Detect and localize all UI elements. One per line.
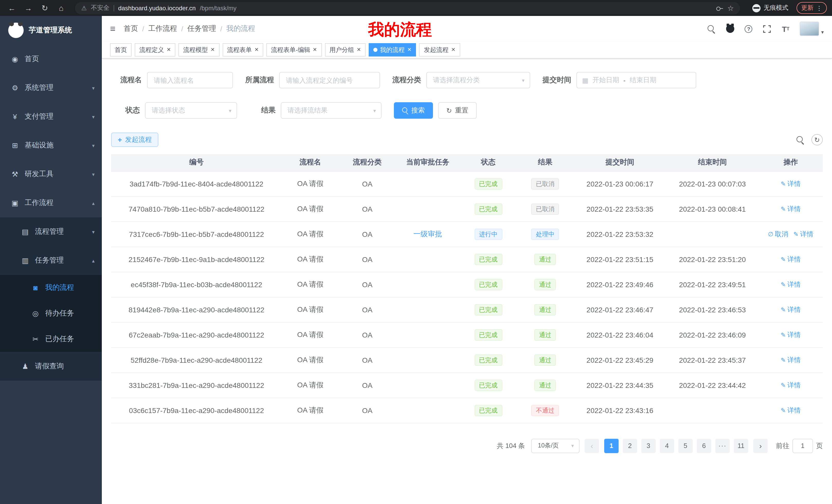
chevron-down-icon: ▾ — [821, 29, 824, 36]
sidebar-item-infrastructure[interactable]: ⊞ 基础设施 ▾ — [0, 131, 102, 160]
address-bar[interactable]: ⚠ 不安全 dashboard.yudao.iocoder.cn/bpm/tas… — [75, 2, 740, 14]
edit-icon: ✎ — [781, 356, 786, 363]
browser-update-button[interactable]: 更新 ⋮ — [797, 2, 827, 14]
detail-link[interactable]: ✎详情 — [781, 305, 801, 314]
create-process-button[interactable]: 发起流程 — [111, 133, 158, 147]
tab-用户分组[interactable]: 用户分组 — [325, 43, 366, 57]
goto-label: 前往 — [776, 441, 789, 450]
close-icon[interactable] — [407, 47, 412, 52]
prev-page-button[interactable]: ‹ — [585, 439, 599, 453]
fullscreen-icon[interactable] — [762, 24, 772, 33]
sidebar-item-system[interactable]: ⚙ 系统管理 ▾ — [0, 74, 102, 102]
cell-category: OA — [339, 221, 396, 247]
submit-time-range-picker[interactable]: ▦ 开始日期 - 结束日期 — [576, 72, 696, 88]
refresh-icon[interactable]: ↻ — [38, 2, 51, 14]
table-search-icon[interactable] — [797, 136, 804, 144]
breadcrumb-item[interactable]: 工作流程 — [148, 24, 177, 33]
cell-category: OA — [339, 297, 396, 322]
column-header: 结果 — [517, 154, 574, 171]
page-6[interactable]: 6 — [697, 439, 711, 453]
tab-流程表单-编辑[interactable]: 流程表单-编辑 — [266, 43, 322, 57]
page-ellipsis[interactable]: ··· — [715, 439, 730, 453]
page-11[interactable]: 11 — [734, 439, 748, 453]
detail-link[interactable]: ✎详情 — [781, 381, 801, 390]
home-icon: ◉ — [10, 55, 20, 63]
detail-link[interactable]: ✎详情 — [781, 179, 801, 188]
sidebar-item-task-mgmt[interactable]: ▥ 任务管理 ▴ — [0, 246, 102, 275]
result-placeholder: 请选择流结果 — [287, 106, 328, 115]
tab-我的流程[interactable]: 我的流程 — [369, 43, 416, 57]
sidebar-item-process-mgmt[interactable]: ▤ 流程管理 ▾ — [0, 217, 102, 246]
tab-流程表单[interactable]: 流程表单 — [223, 43, 263, 57]
tab-流程定义[interactable]: 流程定义 — [135, 43, 176, 57]
detail-link[interactable]: ✎详情 — [781, 204, 801, 214]
tab-label: 流程表单-编辑 — [271, 46, 310, 54]
forward-icon[interactable]: → — [22, 2, 35, 14]
sidebar-item-home[interactable]: ◉ 首页 — [0, 45, 102, 74]
help-icon[interactable]: ? — [744, 24, 753, 33]
back-icon[interactable]: ← — [5, 2, 19, 14]
cell-submit-time: 2022-01-22 23:53:35 — [574, 196, 666, 221]
search-icon[interactable] — [707, 24, 716, 33]
chevron-down-icon: ▾ — [92, 171, 95, 177]
category-select[interactable]: 请选择流程分类 ▾ — [426, 72, 530, 88]
sidebar-item-todo-task[interactable]: ◎ 待办任务 — [0, 301, 102, 326]
page-1[interactable]: 1 — [604, 439, 619, 453]
cancel-link[interactable]: ∅取消 — [768, 229, 788, 239]
status-select[interactable]: 请选择状态 ▾ — [145, 102, 237, 119]
page-5[interactable]: 5 — [678, 439, 693, 453]
detail-link[interactable]: ✎详情 — [781, 330, 801, 339]
sidebar-item-devtools[interactable]: ⚒ 研发工具 ▾ — [0, 160, 102, 189]
kebab-menu-icon[interactable]: ⋮ — [816, 4, 822, 11]
table-refresh-icon[interactable] — [811, 134, 823, 145]
detail-link[interactable]: ✎详情 — [781, 405, 801, 415]
breadcrumb-item[interactable]: 首页 — [124, 24, 138, 33]
sidebar-item-leave-query[interactable]: ♟ 请假查询 — [0, 352, 102, 381]
cell-category: OA — [339, 171, 396, 196]
close-icon[interactable] — [255, 47, 259, 52]
browser-home-icon[interactable]: ⌂ — [54, 2, 68, 14]
tab-发起流程[interactable]: 发起流程 — [419, 43, 460, 57]
cell-result: 通过 — [517, 297, 574, 322]
result-select[interactable]: 请选择流结果 ▾ — [281, 102, 382, 119]
bookmark-star-icon[interactable]: ☆ — [727, 4, 734, 12]
next-page-button[interactable]: › — [753, 439, 768, 453]
current-task-link[interactable]: 一级审批 — [413, 229, 442, 237]
table-row: 67c2eaab-7b9a-11ec-a290-acde48001122 OA … — [111, 322, 823, 347]
font-size-icon[interactable]: TT — [781, 24, 790, 33]
github-icon[interactable] — [726, 24, 735, 33]
result-badge: 不通过 — [531, 404, 559, 416]
hamburger-icon[interactable]: ≡ — [110, 23, 115, 34]
detail-link[interactable]: ✎详情 — [794, 229, 813, 239]
reset-button[interactable]: 重置 — [438, 102, 477, 119]
close-icon[interactable] — [313, 47, 317, 52]
page-2[interactable]: 2 — [623, 439, 637, 453]
process-def-input[interactable] — [279, 72, 380, 88]
app-logo: 芋道管理系统 — [0, 16, 102, 45]
user-menu[interactable]: ▾ — [800, 22, 824, 36]
page-3[interactable]: 3 — [641, 439, 656, 453]
breadcrumb-item[interactable]: 任务管理 — [187, 24, 216, 33]
sidebar-item-workflow[interactable]: ▣ 工作流程 ▴ — [0, 189, 102, 217]
cell-result: 通过 — [517, 347, 574, 372]
goto-page: 前往 页 — [776, 439, 823, 453]
detail-link[interactable]: ✎详情 — [781, 355, 801, 365]
detail-link[interactable]: ✎详情 — [781, 255, 801, 264]
key-icon[interactable] — [716, 4, 723, 11]
detail-link[interactable]: ✎详情 — [781, 280, 801, 289]
pagination: 共 104 条 10条/页 ▾ ‹ 123456···11 › 前往 页 — [111, 439, 823, 468]
tab-首页[interactable]: 首页 — [110, 43, 132, 57]
search-button[interactable]: 搜索 — [394, 102, 433, 119]
sidebar-item-done-task[interactable]: ✂ 已办任务 — [0, 326, 102, 352]
tab-流程模型[interactable]: 流程模型 — [179, 43, 219, 57]
close-icon[interactable] — [211, 47, 215, 52]
close-icon[interactable] — [357, 47, 361, 52]
sidebar-item-my-process[interactable]: ◙ 我的流程 — [0, 275, 102, 301]
close-icon[interactable] — [166, 47, 171, 52]
page-4[interactable]: 4 — [660, 439, 674, 453]
goto-page-input[interactable] — [792, 439, 813, 453]
sidebar-item-payment[interactable]: ¥ 支付管理 ▾ — [0, 102, 102, 131]
close-icon[interactable] — [451, 47, 456, 52]
process-name-input[interactable] — [147, 72, 233, 88]
page-size-select[interactable]: 10条/页 ▾ — [531, 439, 579, 453]
